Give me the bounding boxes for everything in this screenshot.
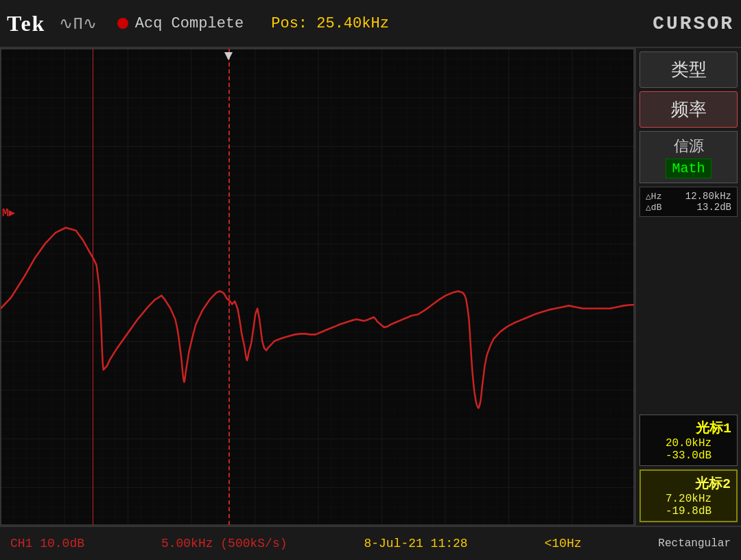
delta-db-label: △dB xyxy=(646,202,661,213)
waveform xyxy=(1,49,634,525)
delta-hz-value: 12.80kHz xyxy=(685,191,731,202)
tek-logo: Tek xyxy=(7,11,45,36)
source-section: 信源 Math xyxy=(639,131,738,183)
cursor2-box[interactable]: 光标2 7.20kHz -19.8dB xyxy=(639,469,738,522)
freq-button[interactable]: 频率 xyxy=(639,91,738,128)
acq-status: Acq Complete xyxy=(135,15,244,32)
bottom-bar: CH1 10.0dB 5.00kHz (500kS/s) 8-Jul-21 11… xyxy=(0,526,741,560)
sidebar: 类型 频率 信源 Math △Hz 12.80kHz △dB 13.2dB xyxy=(635,48,741,526)
cursor2-freq: 7.20kHz xyxy=(646,493,731,505)
oscilloscope: Tek ∿Π∿ Acq Complete Pos: 25.40kHz CURSO… xyxy=(0,0,741,560)
cursor1-freq: 20.0kHz xyxy=(646,437,731,450)
freq-info: <10Hz xyxy=(544,537,581,550)
type-button[interactable]: 类型 xyxy=(639,51,738,88)
header-bar: Tek ∿Π∿ Acq Complete Pos: 25.40kHz CURSO… xyxy=(0,0,741,48)
date-time: 8-Jul-21 11:28 xyxy=(364,537,467,550)
cursor-label: CURSOR xyxy=(652,13,734,34)
delta-db-value: 13.2dB xyxy=(697,202,731,213)
cursor1-db: -33.0dB xyxy=(646,450,731,462)
rect-label: Rectangular xyxy=(658,537,731,550)
cursor2-db: -19.8dB xyxy=(646,505,731,517)
acq-indicator xyxy=(117,18,128,29)
ch1-info: CH1 10.0dB xyxy=(10,537,84,550)
main-content: M▶ 类型 频率 信源 Math △Hz 12.80kHz xyxy=(0,48,741,526)
cursor1-title: 光标1 xyxy=(646,419,731,437)
source-value: Math xyxy=(666,159,711,178)
cursor1-box[interactable]: 光标1 20.0kHz -33.0dB xyxy=(639,415,738,466)
oscilloscope-screen: M▶ xyxy=(0,48,635,526)
source-label: 信源 xyxy=(644,136,733,156)
delta-hz-label: △Hz xyxy=(646,191,661,202)
time-info: 5.00kHz (500kS/s) xyxy=(161,537,287,550)
cursor2-title: 光标2 xyxy=(646,474,731,493)
waveform-icon: ∿Π∿ xyxy=(59,14,96,34)
delta-info: △Hz 12.80kHz △dB 13.2dB xyxy=(639,187,738,217)
pos-label: Pos: 25.40kHz xyxy=(271,15,652,32)
